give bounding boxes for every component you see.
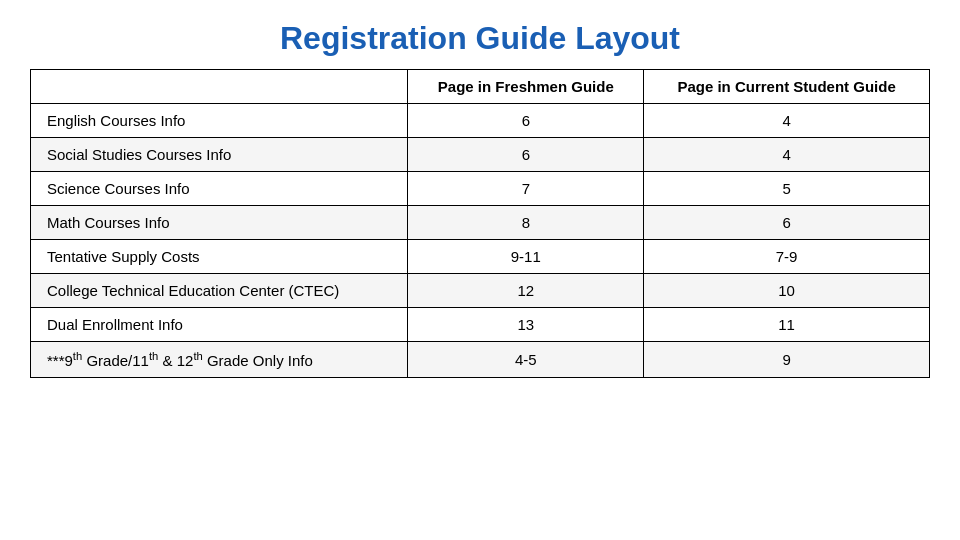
table-row: College Technical Education Center (CTEC… <box>31 274 930 308</box>
row-current: 11 <box>644 308 930 342</box>
table-row: Dual Enrollment Info1311 <box>31 308 930 342</box>
table-row: Math Courses Info86 <box>31 206 930 240</box>
row-label: English Courses Info <box>31 104 408 138</box>
row-current: 5 <box>644 172 930 206</box>
row-current: 4 <box>644 104 930 138</box>
row-label: College Technical Education Center (CTEC… <box>31 274 408 308</box>
col-header-current: Page in Current Student Guide <box>644 70 930 104</box>
row-freshmen: 6 <box>408 104 644 138</box>
page-title: Registration Guide Layout <box>30 20 930 57</box>
table-row: Science Courses Info75 <box>31 172 930 206</box>
row-freshmen: 12 <box>408 274 644 308</box>
table-header-row: Page in Freshmen Guide Page in Current S… <box>31 70 930 104</box>
table-row: English Courses Info64 <box>31 104 930 138</box>
row-current: 7-9 <box>644 240 930 274</box>
table-row: Social Studies Courses Info64 <box>31 138 930 172</box>
row-label: Social Studies Courses Info <box>31 138 408 172</box>
col-header-freshmen: Page in Freshmen Guide <box>408 70 644 104</box>
row-current: 4 <box>644 138 930 172</box>
row-label: Math Courses Info <box>31 206 408 240</box>
row-label: ***9th Grade/11th & 12th Grade Only Info <box>31 342 408 378</box>
row-label: Tentative Supply Costs <box>31 240 408 274</box>
table-row: Tentative Supply Costs9-117-9 <box>31 240 930 274</box>
row-current: 10 <box>644 274 930 308</box>
guide-table: Page in Freshmen Guide Page in Current S… <box>30 69 930 378</box>
row-label: Dual Enrollment Info <box>31 308 408 342</box>
row-freshmen: 8 <box>408 206 644 240</box>
row-current: 6 <box>644 206 930 240</box>
row-freshmen: 13 <box>408 308 644 342</box>
row-freshmen: 6 <box>408 138 644 172</box>
row-freshmen: 7 <box>408 172 644 206</box>
row-label: Science Courses Info <box>31 172 408 206</box>
row-freshmen: 9-11 <box>408 240 644 274</box>
row-freshmen: 4-5 <box>408 342 644 378</box>
page-wrapper: Registration Guide Layout Page in Freshm… <box>30 20 930 378</box>
col-header-label <box>31 70 408 104</box>
row-current: 9 <box>644 342 930 378</box>
table-row: ***9th Grade/11th & 12th Grade Only Info… <box>31 342 930 378</box>
